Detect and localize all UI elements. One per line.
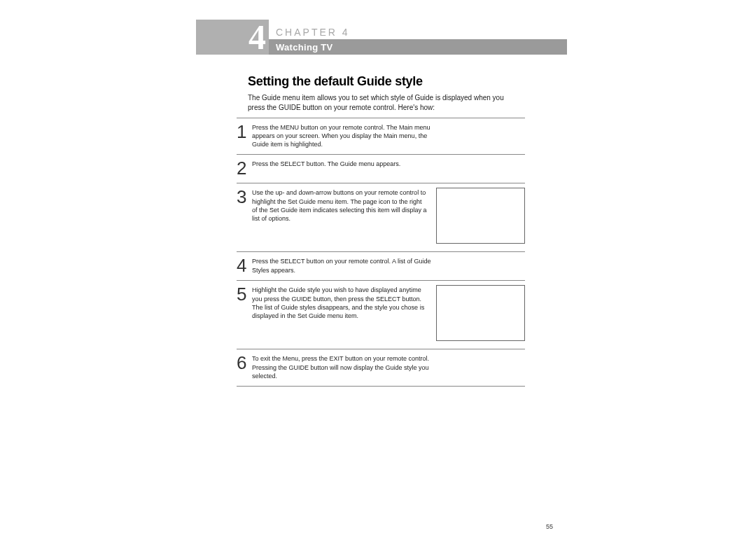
step-row: 4Press the SELECT button on your remote … [237, 251, 525, 280]
section-title: Setting the default Guide style [248, 74, 567, 89]
step-text: Press the SELECT button. The Guide menu … [252, 158, 434, 177]
step-number: 4 [237, 255, 252, 275]
step-row: 6To exit the Menu, press the EXIT button… [237, 349, 525, 386]
chapter-number: 4 [248, 17, 265, 57]
screenshot-placeholder [436, 285, 525, 341]
chapter-subtitle: Watching TV [269, 40, 567, 55]
section-intro: The Guide menu item allows you to set wh… [248, 93, 507, 112]
step-text: To exit the Menu, press the EXIT button … [252, 352, 434, 380]
step-row: 1Press the MENU button on your remote co… [237, 118, 525, 154]
document-page: 4 CHAPTER 4 Watching TV Setting the defa… [196, 20, 567, 387]
page-number: 55 [546, 523, 553, 530]
step-row: 5Highlight the Guide style you wish to h… [237, 280, 525, 349]
chapter-label: CHAPTER 4 [269, 27, 567, 40]
step-number: 1 [237, 121, 252, 148]
steps-list: 1Press the MENU button on your remote co… [237, 118, 525, 387]
step-row: 2Press the SELECT button. The Guide menu… [237, 154, 525, 183]
step-row: 3Use the up- and down-arrow buttons on y… [237, 183, 525, 251]
step-text: Press the MENU button on your remote con… [252, 121, 434, 148]
step-number: 6 [237, 352, 252, 380]
step-number: 3 [237, 186, 252, 246]
step-text: Use the up- and down-arrow buttons on yo… [252, 186, 427, 246]
chapter-title-stack: CHAPTER 4 Watching TV [269, 20, 567, 55]
screenshot-placeholder [436, 188, 525, 244]
step-number: 5 [237, 284, 252, 343]
step-text: Press the SELECT button on your remote c… [252, 255, 434, 275]
chapter-number-box: 4 [196, 20, 269, 55]
chapter-header: 4 CHAPTER 4 Watching TV [196, 20, 567, 55]
step-number: 2 [237, 158, 252, 177]
step-text: Highlight the Guide style you wish to ha… [252, 284, 427, 343]
